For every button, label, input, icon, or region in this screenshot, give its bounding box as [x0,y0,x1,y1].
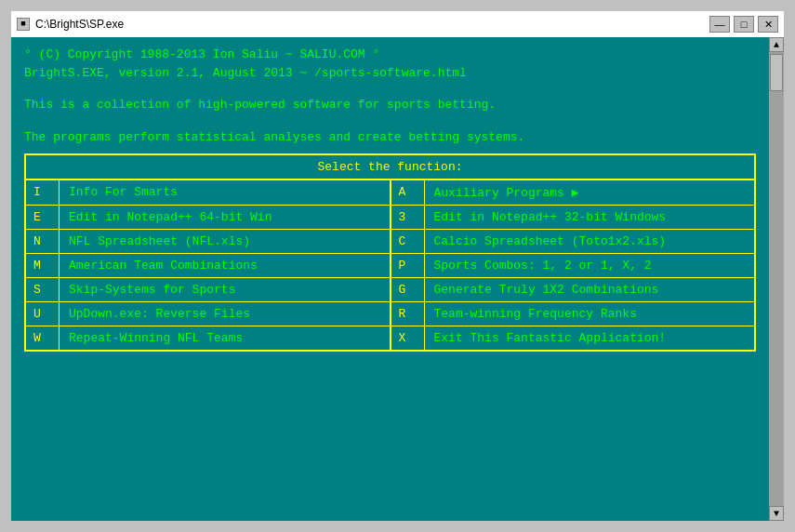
title-bar-left: ■ C:\BrightS\SP.exe [17,18,124,31]
menu-row[interactable]: S Skip-Systems for Sports G Generate Tru… [26,278,754,302]
menu-row[interactable]: I Info For Smarts A Auxiliary Programs ▶ [26,180,754,206]
menu-key-right-6[interactable]: X [391,326,425,350]
menu-label-right-4[interactable]: Generate Truly 1X2 Combinations [425,278,755,301]
menu-key-left-4[interactable]: S [26,278,60,301]
window-icon: ■ [17,18,30,31]
menu-row[interactable]: W Repeat-Winning NFL Teams X Exit This F… [26,326,754,350]
close-button[interactable]: ✕ [758,16,778,33]
header-line-4: The programs perform statistical analyse… [24,129,756,146]
header-line-2: BrightS.EXE, version 2.1, August 2013 ~ … [24,65,756,82]
scroll-track[interactable] [769,52,784,506]
main-content: ° (C) Copyright 1988-2013 Ion Saliu ~ SA… [11,37,769,521]
header-line-1: ° (C) Copyright 1988-2013 Ion Saliu ~ SA… [24,47,756,63]
menu-key-right-4[interactable]: G [391,278,425,301]
menu-label-left-3[interactable]: American Team Combinations [60,254,390,277]
menu-key-left-6[interactable]: W [26,326,60,350]
scrollbar[interactable]: ▲ ▼ [769,37,784,521]
menu-header: Select the function: [26,155,754,180]
menu-box: Select the function: I Info For Smarts A… [24,153,756,352]
menu-label-left-2[interactable]: NFL Spreadsheet (NFL.xls) [60,230,390,253]
menu-key-right-5[interactable]: R [391,302,425,326]
menu-row[interactable]: M American Team Combinations P Sports Co… [26,254,754,278]
menu-label-right-2[interactable]: Calcio Spreadsheet (Toto1x2.xls) [425,230,755,253]
menu-row[interactable]: N NFL Spreadsheet (NFL.xls) C Calcio Spr… [26,230,754,254]
menu-row[interactable]: E Edit in Notepad++ 64-bit Win 3 Edit in… [26,206,754,230]
application-window: ■ C:\BrightS\SP.exe — □ ✕ ° (C) Copyrigh… [9,9,786,523]
scroll-down-button[interactable]: ▼ [769,506,784,521]
menu-key-left-5[interactable]: U [26,302,60,326]
menu-rows: I Info For Smarts A Auxiliary Programs ▶… [26,180,754,350]
menu-label-left-4[interactable]: Skip-Systems for Sports [60,278,390,301]
menu-label-left-6[interactable]: Repeat-Winning NFL Teams [60,326,390,350]
menu-key-right-2[interactable]: C [391,230,425,253]
content-area: ° (C) Copyright 1988-2013 Ion Saliu ~ SA… [11,37,784,521]
title-bar: ■ C:\BrightS\SP.exe — □ ✕ [11,11,784,37]
minimize-button[interactable]: — [709,16,730,33]
menu-key-left-1[interactable]: E [26,206,60,229]
menu-label-right-5[interactable]: Team-winning Frequency Ranks [425,302,755,326]
menu-key-left-2[interactable]: N [26,230,60,253]
window-title: C:\BrightS\SP.exe [35,18,124,31]
menu-label-left-0[interactable]: Info For Smarts [60,180,390,205]
menu-label-right-3[interactable]: Sports Combos: 1, 2 or 1, X, 2 [425,254,755,277]
menu-key-left-0[interactable]: I [26,180,60,205]
menu-label-right-6[interactable]: Exit This Fantastic Application! [425,326,755,350]
menu-key-left-3[interactable]: M [26,254,60,277]
menu-label-left-1[interactable]: Edit in Notepad++ 64-bit Win [60,206,390,229]
menu-label-right-1[interactable]: Edit in Notepad++ 32-bit Windows [425,206,755,229]
scroll-thumb[interactable] [770,54,783,91]
menu-key-right-0[interactable]: A [391,180,425,205]
menu-label-left-5[interactable]: UpDown.exe: Reverse Files [60,302,390,326]
menu-row[interactable]: U UpDown.exe: Reverse Files R Team-winni… [26,302,754,326]
maximize-button[interactable]: □ [734,16,754,33]
menu-key-right-1[interactable]: 3 [391,206,425,229]
menu-label-right-0[interactable]: Auxiliary Programs ▶ [425,180,755,205]
header-line-3: This is a collection of high-powered sof… [24,97,756,113]
scroll-up-button[interactable]: ▲ [769,37,784,52]
title-bar-buttons: — □ ✕ [709,16,778,33]
menu-key-right-3[interactable]: P [391,254,425,277]
